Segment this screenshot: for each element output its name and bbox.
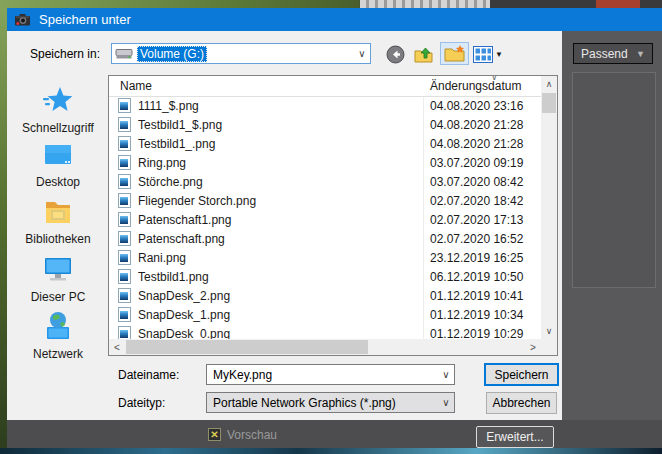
file-row[interactable]: Rani.png 23.12.2019 16:25 (109, 248, 541, 267)
preview-checkbox[interactable]: ✕ (208, 428, 221, 441)
advanced-button[interactable]: Erweitert... (476, 426, 554, 448)
png-file-icon (118, 174, 131, 189)
scroll-up-icon[interactable]: ∧ (541, 76, 557, 92)
background-left-strip (0, 8, 7, 454)
file-row[interactable]: Patenschaft.png 02.07.2020 16:52 (109, 229, 541, 248)
scroll-down-icon[interactable]: ∨ (541, 323, 557, 339)
background-bottom-strip (0, 448, 662, 454)
file-row[interactable]: SnapDesk_0.png 01.12.2019 10:29 (109, 324, 541, 339)
png-file-icon (118, 307, 131, 322)
save-button[interactable]: Speichern (484, 363, 559, 386)
back-button[interactable] (385, 44, 405, 64)
drive-icon (115, 47, 133, 60)
file-row[interactable]: Fliegender Storch.png 02.07.2020 18:42 (109, 191, 541, 210)
filename-value[interactable]: MyKey.png (213, 368, 272, 382)
column-header-date[interactable]: Änderungsdatum (430, 79, 521, 93)
file-name: Patenschaft.png (138, 232, 225, 246)
sidebar-item-label: Dieser PC (10, 290, 106, 304)
file-date: 23.12.2019 16:25 (430, 251, 523, 265)
background-top-red-block (596, 0, 640, 8)
back-icon (386, 45, 405, 64)
fit-dropdown-button[interactable]: Passend ▼ (573, 43, 653, 64)
location-combobox[interactable]: Volume (G:) ∨ (111, 43, 371, 64)
png-file-icon (118, 231, 131, 246)
png-file-icon (118, 212, 131, 227)
file-row[interactable]: SnapDesk_1.png 01.12.2019 10:34 (109, 305, 541, 324)
file-name: Testbild1_$.png (138, 118, 222, 132)
save-as-dialog-screen: Speichern unter Passend ▼ Speichern in: … (0, 0, 662, 454)
file-name: Patenschaft1.png (138, 213, 231, 227)
file-date: 04.08.2020 21:28 (430, 137, 523, 151)
png-file-icon (118, 98, 131, 113)
png-file-icon (118, 155, 131, 170)
file-row[interactable]: SnapDesk_2.png 01.12.2019 10:41 (109, 286, 541, 305)
file-list: Name Änderungsdatum ∨ 1111_$.png 04.08.2… (108, 75, 558, 356)
png-file-icon (118, 269, 131, 284)
sidebar-item-netzwerk[interactable]: Netzwerk (10, 311, 106, 361)
chevron-down-icon[interactable]: ∨ (438, 369, 454, 380)
network-globe-icon (42, 311, 74, 341)
scrollbar-corner (541, 339, 557, 355)
file-date: 02.07.2020 18:42 (430, 194, 523, 208)
chevron-down-icon[interactable]: ∨ (438, 397, 454, 408)
sidebar-item-dieser-pc[interactable]: Dieser PC (10, 255, 106, 304)
file-row[interactable]: 1111_$.png 04.08.2020 23:16 (109, 96, 541, 115)
chevron-down-icon[interactable]: ∨ (354, 48, 370, 59)
file-list-rows: 1111_$.png 04.08.2020 23:16 Testbild1_$.… (109, 96, 541, 339)
scroll-right-icon[interactable]: > (525, 339, 541, 355)
file-name: SnapDesk_2.png (138, 289, 230, 303)
location-selected-value: Volume (G:) (137, 46, 207, 62)
file-date: 03.07.2020 08:42 (430, 175, 523, 189)
sidebar-item-bibliotheken[interactable]: Bibliotheken (10, 198, 106, 246)
camera-icon (14, 11, 31, 28)
file-row[interactable]: Ring.png 03.07.2020 09:19 (109, 153, 541, 172)
file-row[interactable]: Störche.png 03.07.2020 08:42 (109, 172, 541, 191)
horizontal-scrollbar[interactable]: < > (109, 339, 541, 355)
filename-combobox[interactable]: MyKey.png ∨ (206, 364, 455, 385)
horizontal-scrollbar-thumb[interactable] (126, 340, 368, 354)
file-row[interactable]: Testbild1_.png 04.08.2020 21:28 (109, 134, 541, 153)
cancel-button[interactable]: Abbrechen (486, 392, 557, 414)
filename-label: Dateiname: (118, 368, 179, 382)
view-menu-button[interactable]: ▼ (472, 44, 504, 64)
png-file-icon (118, 288, 131, 303)
filetype-value: Portable Network Graphics (*.png) (213, 396, 396, 410)
file-row[interactable]: Testbild1.png 06.12.2019 10:50 (109, 267, 541, 286)
dialog-titlebar[interactable]: Speichern unter (7, 8, 662, 31)
dialog-title: Speichern unter (39, 12, 131, 27)
file-date: 06.12.2019 10:50 (430, 270, 523, 284)
file-date: 02.07.2020 17:13 (430, 213, 523, 227)
sidebar-item-desktop[interactable]: Desktop (10, 142, 106, 189)
file-date: 04.08.2020 21:28 (430, 118, 523, 132)
file-date: 02.07.2020 16:52 (430, 232, 523, 246)
column-header-name[interactable]: Name (120, 79, 152, 93)
scroll-left-icon[interactable]: < (109, 339, 125, 355)
this-pc-icon (41, 255, 75, 284)
png-file-icon (118, 136, 131, 151)
file-date: 04.08.2020 23:16 (430, 99, 523, 113)
file-row[interactable]: Patenschaft1.png 02.07.2020 17:13 (109, 210, 541, 229)
file-name: Fliegender Storch.png (138, 194, 256, 208)
file-name: SnapDesk_0.png (138, 327, 230, 340)
view-menu-icon (473, 46, 493, 63)
new-folder-icon (443, 44, 466, 63)
sort-indicator-icon[interactable]: ∨ (491, 76, 498, 82)
filetype-label: Dateityp: (118, 396, 165, 410)
filetype-combobox[interactable]: Portable Network Graphics (*.png) ∨ (206, 392, 455, 413)
file-date: 03.07.2020 09:19 (430, 156, 523, 170)
up-one-level-button[interactable] (412, 44, 434, 64)
list-header: Name Änderungsdatum ∨ (109, 76, 541, 97)
desktop-icon (42, 142, 74, 169)
file-name: SnapDesk_1.png (138, 308, 230, 322)
dropdown-caret-icon: ▼ (636, 49, 645, 59)
new-folder-button[interactable] (440, 42, 469, 65)
sidebar-item-schnellzugriff[interactable]: Schnellzugriff (10, 85, 106, 135)
preview-checkbox-label: Vorschau (227, 428, 277, 442)
save-in-label: Speichern in: (30, 47, 100, 61)
file-row[interactable]: Testbild1_$.png 04.08.2020 21:28 (109, 115, 541, 134)
libraries-folder-icon (42, 198, 74, 226)
sidebar-item-label: Desktop (10, 175, 106, 189)
vertical-scrollbar[interactable]: ∧ ∨ (541, 76, 557, 339)
file-name: Störche.png (138, 175, 203, 189)
vertical-scrollbar-thumb[interactable] (542, 93, 556, 113)
